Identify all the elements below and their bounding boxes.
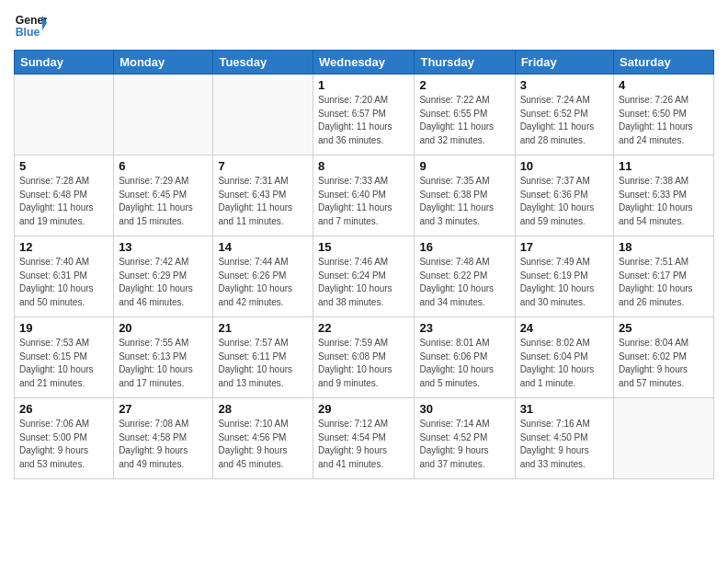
day-number: 26 [19,402,108,416]
day-info: Sunrise: 7:48 AM Sunset: 6:22 PM Dayligh… [419,256,509,309]
day-info: Sunrise: 8:04 AM Sunset: 6:02 PM Dayligh… [619,337,709,390]
calendar-cell: 13Sunrise: 7:42 AM Sunset: 6:29 PM Dayli… [114,236,213,317]
day-number: 6 [119,159,208,173]
day-number: 11 [619,159,709,173]
day-number: 8 [318,159,409,173]
day-number: 13 [119,240,208,254]
day-number: 31 [520,402,609,416]
calendar-cell: 9Sunrise: 7:35 AM Sunset: 6:38 PM Daylig… [415,155,515,236]
day-number: 21 [218,321,308,335]
calendar-cell: 23Sunrise: 8:01 AM Sunset: 6:06 PM Dayli… [415,317,515,398]
day-info: Sunrise: 7:16 AM Sunset: 4:50 PM Dayligh… [520,418,609,471]
calendar-cell [213,75,313,155]
calendar-cell: 20Sunrise: 7:55 AM Sunset: 6:13 PM Dayli… [114,317,213,398]
calendar-cell: 22Sunrise: 7:59 AM Sunset: 6:08 PM Dayli… [313,317,415,398]
day-number: 17 [520,240,609,254]
day-number: 18 [619,240,709,254]
calendar-cell: 17Sunrise: 7:49 AM Sunset: 6:19 PM Dayli… [515,236,613,317]
calendar-cell: 2Sunrise: 7:22 AM Sunset: 6:55 PM Daylig… [415,75,515,155]
calendar-cell: 7Sunrise: 7:31 AM Sunset: 6:43 PM Daylig… [213,155,313,236]
calendar-cell: 16Sunrise: 7:48 AM Sunset: 6:22 PM Dayli… [415,236,515,317]
day-info: Sunrise: 7:44 AM Sunset: 6:26 PM Dayligh… [218,256,308,309]
day-number: 24 [520,321,609,335]
day-number: 1 [318,78,409,92]
calendar-cell: 28Sunrise: 7:10 AM Sunset: 4:56 PM Dayli… [213,398,313,479]
day-info: Sunrise: 7:53 AM Sunset: 6:15 PM Dayligh… [19,337,108,390]
day-number: 10 [520,159,609,173]
day-info: Sunrise: 7:29 AM Sunset: 6:45 PM Dayligh… [119,175,208,228]
day-info: Sunrise: 7:22 AM Sunset: 6:55 PM Dayligh… [419,94,509,147]
calendar-cell: 31Sunrise: 7:16 AM Sunset: 4:50 PM Dayli… [515,398,613,479]
calendar-cell: 5Sunrise: 7:28 AM Sunset: 6:48 PM Daylig… [15,155,114,236]
day-info: Sunrise: 7:12 AM Sunset: 4:54 PM Dayligh… [318,418,409,471]
day-number: 28 [218,402,308,416]
calendar-table: SundayMondayTuesdayWednesdayThursdayFrid… [14,50,714,479]
calendar-cell: 6Sunrise: 7:29 AM Sunset: 6:45 PM Daylig… [114,155,213,236]
day-info: Sunrise: 7:38 AM Sunset: 6:33 PM Dayligh… [619,175,709,228]
calendar-day-header: Wednesday [313,51,415,75]
day-info: Sunrise: 7:26 AM Sunset: 6:50 PM Dayligh… [619,94,709,147]
calendar-cell: 11Sunrise: 7:38 AM Sunset: 6:33 PM Dayli… [614,155,714,236]
day-info: Sunrise: 7:46 AM Sunset: 6:24 PM Dayligh… [318,256,409,309]
day-number: 23 [419,321,509,335]
calendar-cell: 25Sunrise: 8:04 AM Sunset: 6:02 PM Dayli… [614,317,714,398]
day-info: Sunrise: 8:01 AM Sunset: 6:06 PM Dayligh… [419,337,509,390]
calendar-cell: 30Sunrise: 7:14 AM Sunset: 4:52 PM Dayli… [415,398,515,479]
day-number: 29 [318,402,409,416]
calendar-cell: 15Sunrise: 7:46 AM Sunset: 6:24 PM Dayli… [313,236,415,317]
day-number: 14 [218,240,308,254]
calendar-cell: 27Sunrise: 7:08 AM Sunset: 4:58 PM Dayli… [114,398,213,479]
day-info: Sunrise: 7:42 AM Sunset: 6:29 PM Dayligh… [119,256,208,309]
svg-text:General: General [16,14,47,27]
calendar-cell: 21Sunrise: 7:57 AM Sunset: 6:11 PM Dayli… [213,317,313,398]
day-info: Sunrise: 7:20 AM Sunset: 6:57 PM Dayligh… [318,94,409,147]
day-info: Sunrise: 7:28 AM Sunset: 6:48 PM Dayligh… [19,175,108,228]
day-info: Sunrise: 8:02 AM Sunset: 6:04 PM Dayligh… [520,337,609,390]
calendar-week-row: 26Sunrise: 7:06 AM Sunset: 5:00 PM Dayli… [15,398,714,479]
calendar-day-header: Monday [114,51,213,75]
day-number: 3 [520,78,609,92]
calendar-cell: 8Sunrise: 7:33 AM Sunset: 6:40 PM Daylig… [313,155,415,236]
day-info: Sunrise: 7:59 AM Sunset: 6:08 PM Dayligh… [318,337,409,390]
calendar-day-header: Saturday [614,51,714,75]
day-info: Sunrise: 7:14 AM Sunset: 4:52 PM Dayligh… [419,418,509,471]
day-info: Sunrise: 7:55 AM Sunset: 6:13 PM Dayligh… [119,337,208,390]
calendar-cell: 12Sunrise: 7:40 AM Sunset: 6:31 PM Dayli… [15,236,114,317]
calendar-cell: 19Sunrise: 7:53 AM Sunset: 6:15 PM Dayli… [15,317,114,398]
day-number: 2 [419,78,509,92]
calendar-week-row: 19Sunrise: 7:53 AM Sunset: 6:15 PM Dayli… [15,317,714,398]
day-info: Sunrise: 7:10 AM Sunset: 4:56 PM Dayligh… [218,418,308,471]
calendar-cell [614,398,714,479]
day-number: 15 [318,240,409,254]
day-number: 19 [19,321,108,335]
day-number: 7 [218,159,308,173]
calendar-day-header: Thursday [415,51,515,75]
day-number: 30 [419,402,509,416]
day-info: Sunrise: 7:31 AM Sunset: 6:43 PM Dayligh… [218,175,308,228]
logo: General Blue [14,9,47,42]
day-info: Sunrise: 7:33 AM Sunset: 6:40 PM Dayligh… [318,175,409,228]
calendar-day-header: Sunday [15,51,114,75]
day-info: Sunrise: 7:06 AM Sunset: 5:00 PM Dayligh… [19,418,108,471]
day-number: 4 [619,78,709,92]
day-number: 12 [19,240,108,254]
calendar-cell: 24Sunrise: 8:02 AM Sunset: 6:04 PM Dayli… [515,317,613,398]
calendar-cell: 4Sunrise: 7:26 AM Sunset: 6:50 PM Daylig… [614,75,714,155]
day-info: Sunrise: 7:08 AM Sunset: 4:58 PM Dayligh… [119,418,208,471]
day-info: Sunrise: 7:40 AM Sunset: 6:31 PM Dayligh… [19,256,108,309]
day-number: 9 [419,159,509,173]
svg-text:Blue: Blue [16,26,40,39]
day-number: 5 [19,159,108,173]
calendar-day-header: Friday [515,51,613,75]
day-number: 27 [119,402,208,416]
calendar-cell: 26Sunrise: 7:06 AM Sunset: 5:00 PM Dayli… [15,398,114,479]
day-info: Sunrise: 7:57 AM Sunset: 6:11 PM Dayligh… [218,337,308,390]
calendar-day-header: Tuesday [213,51,313,75]
day-info: Sunrise: 7:51 AM Sunset: 6:17 PM Dayligh… [619,256,709,309]
day-number: 16 [419,240,509,254]
day-info: Sunrise: 7:24 AM Sunset: 6:52 PM Dayligh… [520,94,609,147]
logo-icon: General Blue [14,9,47,42]
calendar-week-row: 12Sunrise: 7:40 AM Sunset: 6:31 PM Dayli… [15,236,714,317]
calendar-cell: 18Sunrise: 7:51 AM Sunset: 6:17 PM Dayli… [614,236,714,317]
calendar-header-row: SundayMondayTuesdayWednesdayThursdayFrid… [15,51,714,75]
